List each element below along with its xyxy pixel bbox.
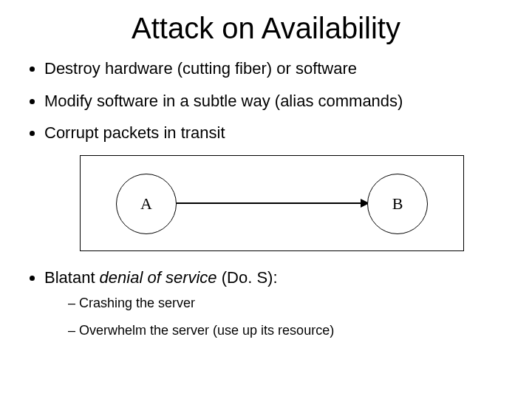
- bullet-list: Destroy hardware (cutting fiber) or soft…: [22, 58, 510, 143]
- diagram-box: A B: [80, 155, 464, 251]
- sub-item: Overwhelm the server (use up its resourc…: [68, 322, 510, 339]
- slide-title: Attack on Availability: [22, 12, 510, 45]
- slide: Attack on Availability Destroy hardware …: [0, 0, 532, 365]
- bullet-item: Destroy hardware (cutting fiber) or soft…: [44, 58, 510, 79]
- bullet-item: Blatant denial of service (Do. S): Crash…: [44, 267, 510, 339]
- arrow-icon: [177, 202, 369, 204]
- node-a: A: [116, 174, 177, 234]
- sub-item: Crashing the server: [68, 295, 510, 312]
- text: Blatant: [44, 268, 100, 287]
- bullet-list-2: Blatant denial of service (Do. S): Crash…: [22, 267, 510, 339]
- emphasis-text: denial of service: [100, 268, 217, 287]
- sub-list: Crashing the server Overwhelm the server…: [44, 295, 510, 338]
- bullet-item: Modify software in a subtle way (alias c…: [44, 91, 510, 112]
- node-a-label: A: [140, 194, 152, 214]
- node-b: B: [367, 174, 428, 234]
- text: (Do. S):: [217, 268, 278, 287]
- bullet-item: Corrupt packets in transit: [44, 123, 510, 143]
- node-b-label: B: [392, 194, 403, 214]
